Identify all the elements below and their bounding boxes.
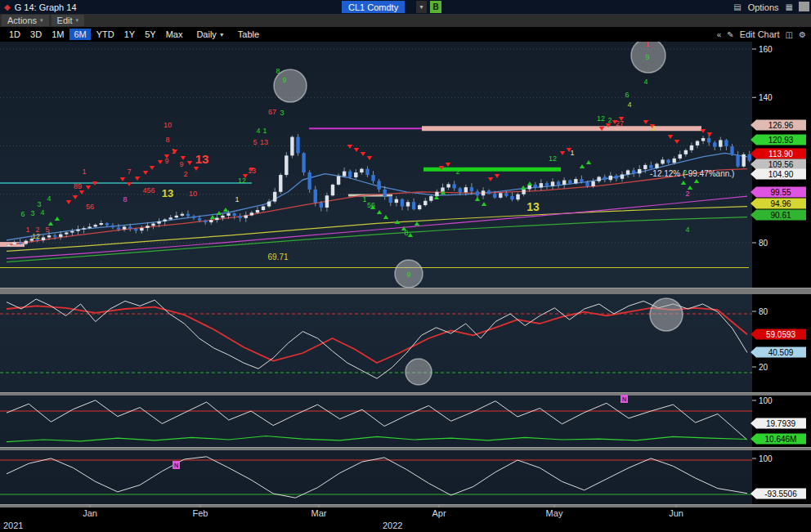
svg-text:94.96: 94.96 [770, 199, 791, 208]
svg-text:456: 456 [142, 186, 155, 194]
menu-dots-icon[interactable]: ▤ [733, 2, 741, 11]
svg-text:N: N [174, 463, 178, 468]
period-dropdown[interactable]: Daily ▼ [196, 29, 224, 39]
svg-text:1: 1 [235, 195, 239, 203]
svg-text:90.61: 90.61 [770, 211, 791, 220]
svg-text:13: 13 [248, 167, 256, 175]
svg-text:160: 160 [759, 45, 773, 54]
range-1d[interactable]: 1D [5, 29, 25, 40]
svg-text:59.0593: 59.0593 [766, 330, 796, 339]
svg-text:4: 4 [40, 208, 44, 217]
svg-text:10: 10 [189, 190, 197, 198]
svg-text:9: 9 [179, 160, 183, 168]
range-ytd[interactable]: YTD [92, 29, 119, 40]
svg-text:12: 12 [549, 154, 557, 163]
security-dropdown-icon[interactable]: ▾ [416, 1, 427, 13]
edit-menu[interactable]: Edit ▾ [52, 15, 84, 26]
year-label: 2021 [3, 521, 23, 530]
chevron-down-icon: ▾ [40, 17, 43, 24]
svg-text:9: 9 [164, 157, 168, 165]
svg-text:4: 4 [643, 78, 647, 86]
range-max[interactable]: Max [162, 29, 187, 40]
svg-text:1: 1 [362, 195, 366, 203]
chart-toolbar: 1D 3D 1M 6M YTD 1Y 5Y Max Daily ▼ Table … [0, 27, 811, 42]
svg-text:12: 12 [597, 114, 605, 123]
range-3d[interactable]: 3D [26, 29, 46, 40]
gear-icon[interactable]: ⚙ [799, 30, 806, 39]
svg-text:67: 67 [268, 108, 276, 116]
panel-icon[interactable]: ◫ [786, 30, 793, 39]
window-control-button[interactable] [799, 2, 809, 11]
edit-chart-button[interactable]: Edit Chart [740, 29, 780, 39]
menu-bar: Actions ▾ Edit ▾ [0, 14, 811, 27]
svg-text:40.509: 40.509 [768, 348, 794, 357]
svg-text:9: 9 [406, 270, 410, 279]
svg-text:5: 5 [253, 138, 257, 146]
security-value: CL1 Comdty [348, 2, 398, 12]
svg-text:56: 56 [86, 203, 94, 211]
svg-text:4: 4 [47, 194, 51, 203]
x-axis-months: Jan Feb Mar Apr May Jun [0, 507, 811, 521]
month-label: Apr [432, 508, 446, 518]
svg-text:2: 2 [652, 124, 656, 132]
range-6m-active[interactable]: 6M [69, 29, 90, 40]
svg-text:-12.12% (-99.47%ann.): -12.12% (-99.47%ann.) [650, 169, 734, 178]
svg-text:4: 4 [627, 101, 631, 109]
svg-text:113.90: 113.90 [768, 150, 793, 159]
svg-text:2: 2 [183, 170, 187, 178]
collapse-icon[interactable]: « [717, 30, 722, 39]
svg-text:3: 3 [280, 109, 284, 117]
svg-text:8: 8 [276, 67, 280, 75]
svg-text:1: 1 [171, 147, 175, 155]
year-label: 2022 [383, 521, 402, 530]
svg-text:20: 20 [759, 363, 768, 372]
svg-text:4: 4 [685, 226, 689, 234]
svg-text:1: 1 [82, 168, 86, 176]
svg-text:-93.5506: -93.5506 [764, 490, 797, 498]
window-title: G 14: Graph 14 [15, 2, 77, 12]
svg-text:2: 2 [455, 168, 459, 176]
svg-text:3: 3 [37, 200, 41, 208]
svg-text:12: 12 [238, 177, 246, 185]
svg-text:N: N [622, 396, 626, 402]
chart-area[interactable]: 6344312512891568745613101081991321211341… [0, 42, 811, 507]
svg-text:9: 9 [645, 53, 649, 61]
svg-text:1: 1 [262, 127, 267, 135]
month-label: Jun [669, 508, 683, 518]
price-chart-canvas[interactable]: 6344312512891568745613101081991321211341… [0, 42, 811, 507]
range-1m[interactable]: 1M [47, 29, 68, 40]
svg-text:27: 27 [616, 119, 624, 127]
svg-text:8: 8 [404, 229, 408, 237]
svg-text:7: 7 [127, 168, 131, 176]
svg-text:6: 6 [625, 91, 629, 99]
svg-text:104.90: 104.90 [768, 170, 794, 179]
svg-text:99.55: 99.55 [770, 188, 791, 197]
svg-text:109.56: 109.56 [768, 160, 794, 169]
svg-text:9: 9 [282, 76, 286, 84]
svg-text:80: 80 [759, 307, 768, 316]
svg-text:8: 8 [165, 136, 169, 144]
svg-text:4: 4 [256, 127, 260, 135]
svg-text:140: 140 [759, 93, 773, 102]
svg-text:6: 6 [20, 210, 25, 218]
svg-text:80: 80 [759, 239, 768, 248]
svg-text:10: 10 [164, 121, 172, 129]
table-button[interactable]: Table [238, 29, 259, 39]
month-label: May [546, 508, 563, 518]
x-axis-years: 2021 2022 [0, 521, 811, 532]
range-1y[interactable]: 1Y [120, 29, 139, 40]
svg-text:13: 13 [162, 187, 173, 199]
title-bar: ◆ G 14: Graph 14 CL1 Comdty ▾ B ▤ Option… [0, 0, 811, 14]
actions-menu[interactable]: Actions ▾ [2, 15, 49, 26]
security-type-badge: B [430, 1, 441, 13]
chevron-down-icon: ▼ [219, 32, 225, 38]
svg-text:1: 1 [570, 149, 574, 157]
svg-text:10.646M: 10.646M [765, 435, 797, 444]
svg-text:2: 2 [685, 190, 689, 198]
svg-text:3: 3 [30, 209, 34, 217]
range-5y[interactable]: 5Y [141, 29, 159, 40]
grid-icon[interactable]: ▦ [786, 2, 793, 11]
plot-background [0, 42, 752, 507]
options-button[interactable]: Options [748, 2, 779, 12]
security-input[interactable]: CL1 Comdty [342, 1, 405, 13]
